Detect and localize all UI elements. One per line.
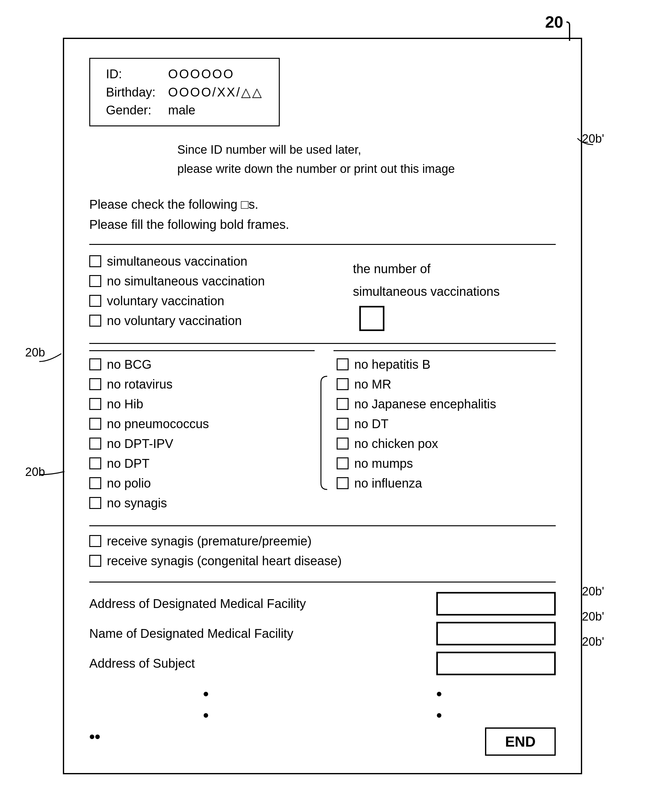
dots-row-1: • • — [89, 685, 556, 703]
instruction-line2: Please fill the following bold frames. — [89, 214, 556, 235]
label-no-hep-b: no hepatitis B — [354, 357, 430, 372]
ref-20b-prime-facility3: 20b' — [582, 635, 604, 649]
dot-1: • — [203, 685, 209, 703]
id-value: OOOOOO — [165, 65, 266, 83]
checkbox-no-dpt[interactable] — [89, 457, 101, 469]
checkbox-no-bcg[interactable] — [89, 359, 101, 370]
chk-no-polio: no polio — [89, 476, 308, 490]
page-container: 20 ID: OOOOOO Birthday: OOOO/XX/△△ Gende… — [0, 0, 645, 812]
label-no-rotavirus: no rotavirus — [107, 377, 172, 391]
chk-no-hib: no Hib — [89, 397, 308, 411]
gender-label: Gender: — [103, 101, 165, 119]
id-label: ID: — [103, 65, 165, 83]
bracket-20b-left-bottom — [36, 465, 74, 484]
info-text: Since ID number will be used later, plea… — [177, 140, 556, 179]
checkbox-no-polio[interactable] — [89, 477, 101, 489]
info-line1: Since ID number will be used later, — [177, 140, 556, 159]
chk-simultaneous: simultaneous vaccination — [89, 254, 353, 269]
chk-voluntary: voluntary vaccination — [89, 294, 353, 308]
gender-value: male — [165, 101, 266, 119]
dot-3: • — [203, 706, 209, 724]
curved-bracket — [315, 350, 334, 516]
end-button[interactable]: END — [485, 727, 556, 756]
label-no-dpt-ipv: no DPT-IPV — [107, 437, 173, 451]
checkbox-no-mr[interactable] — [337, 378, 349, 390]
checkbox-simultaneous[interactable] — [89, 255, 101, 267]
facility-subject-input[interactable] — [436, 652, 556, 675]
chk-synagis-premature: receive synagis (premature/preemie) — [89, 534, 556, 548]
label-no-dpt: no DPT — [107, 456, 149, 471]
info-line2: please write down the number or print ou… — [177, 159, 556, 179]
facility-subject-label: Address of Subject — [89, 656, 436, 670]
facility-address-label: Address of Designated Medical Facility — [89, 597, 436, 611]
checkbox-no-jap-enceph[interactable] — [337, 398, 349, 410]
facility-name-label: Name of Designated Medical Facility — [89, 627, 436, 641]
label-no-jap-enceph: no Japanese encephalitis — [354, 397, 496, 411]
chk-no-hep-b: no hepatitis B — [337, 357, 556, 372]
chk-no-influenza: no influenza — [337, 476, 556, 490]
no-vax-right: no hepatitis B no MR no Japanese encepha… — [334, 350, 556, 516]
checkbox-no-hib[interactable] — [89, 398, 101, 410]
main-card: ID: OOOOOO Birthday: OOOO/XX/△△ Gender: … — [63, 38, 582, 774]
checkbox-no-influenza[interactable] — [337, 477, 349, 489]
chk-no-simultaneous: no simultaneous vaccination — [89, 274, 353, 288]
facility-name-input[interactable] — [436, 622, 556, 646]
dot-4: • — [436, 706, 442, 724]
label-no-mr: no MR — [354, 377, 391, 391]
count-line1: the number of — [353, 262, 431, 276]
count-line2: simultaneous vaccinations — [353, 284, 500, 298]
facility-row-subject: Address of Subject — [89, 652, 556, 675]
birthday-label: Birthday: — [103, 83, 165, 101]
facility-address-input[interactable] — [436, 592, 556, 615]
no-vax-section: no BCG no rotavirus no Hib no pneumococc… — [89, 350, 556, 516]
label-no-pneumococcus: no pneumococcus — [107, 417, 209, 431]
checkbox-no-rotavirus[interactable] — [89, 378, 101, 390]
count-label: the number of simultaneous vaccinations — [353, 258, 500, 303]
count-box-wrapper — [353, 306, 384, 331]
ref-20b-prime-facility2: 20b' — [582, 610, 604, 623]
label-no-chicken-pox: no chicken pox — [354, 437, 438, 451]
chk-no-voluntary: no voluntary vaccination — [89, 314, 353, 328]
bracket-svg — [318, 373, 330, 493]
vaccination-section: simultaneous vaccination no simultaneous… — [89, 254, 556, 344]
checkbox-no-dt[interactable] — [337, 418, 349, 430]
vac-checkboxes: simultaneous vaccination no simultaneous… — [89, 254, 353, 334]
id-box: ID: OOOOOO Birthday: OOOO/XX/△△ Gender: … — [89, 58, 280, 127]
label-simultaneous: simultaneous vaccination — [107, 254, 247, 269]
label-synagis-premature: receive synagis (premature/preemie) — [107, 534, 311, 548]
chk-no-bcg: no BCG — [89, 357, 308, 372]
label-no-mumps: no mumps — [354, 456, 413, 471]
chk-no-dt: no DT — [337, 417, 556, 431]
vac-count-area: the number of simultaneous vaccinations — [353, 254, 556, 331]
label-no-bcg: no BCG — [107, 357, 151, 372]
checkbox-synagis-premature[interactable] — [89, 535, 101, 547]
checkbox-voluntary[interactable] — [89, 295, 101, 307]
label-synagis-heart: receive synagis (congenital heart diseas… — [107, 554, 342, 568]
checkbox-no-hep-b[interactable] — [337, 359, 349, 370]
bracket-20b-prime-top — [565, 135, 596, 154]
chk-no-pneumococcus: no pneumococcus — [89, 417, 308, 431]
checkbox-no-dpt-ipv[interactable] — [89, 438, 101, 450]
chk-synagis-heart: receive synagis (congenital heart diseas… — [89, 554, 556, 568]
checkbox-synagis-heart[interactable] — [89, 555, 101, 567]
checkbox-no-mumps[interactable] — [337, 457, 349, 469]
checkbox-no-voluntary[interactable] — [89, 315, 101, 327]
chk-no-rotavirus: no rotavirus — [89, 377, 308, 391]
label-voluntary: voluntary vaccination — [107, 294, 224, 308]
instruction-line1: Please check the following □s. — [89, 194, 556, 214]
label-no-voluntary: no voluntary vaccination — [107, 314, 242, 328]
label-no-hib: no Hib — [107, 397, 143, 411]
checkbox-no-chicken-pox[interactable] — [337, 438, 349, 450]
label-no-synagis: no synagis — [107, 496, 167, 510]
checkbox-no-simultaneous[interactable] — [89, 275, 101, 287]
label-no-influenza: no influenza — [354, 476, 422, 490]
checkbox-no-pneumococcus[interactable] — [89, 418, 101, 430]
chk-no-jap-enceph: no Japanese encephalitis — [337, 397, 556, 411]
ref-20b-prime-facility1: 20b' — [582, 585, 604, 598]
checkbox-no-synagis[interactable] — [89, 497, 101, 509]
section-divider-1 — [89, 244, 556, 245]
facility-row-address: Address of Designated Medical Facility — [89, 592, 556, 615]
facility-row-name: Name of Designated Medical Facility — [89, 622, 556, 646]
dots-row-3: • • END — [89, 727, 556, 756]
simul-count-box[interactable] — [359, 306, 384, 331]
